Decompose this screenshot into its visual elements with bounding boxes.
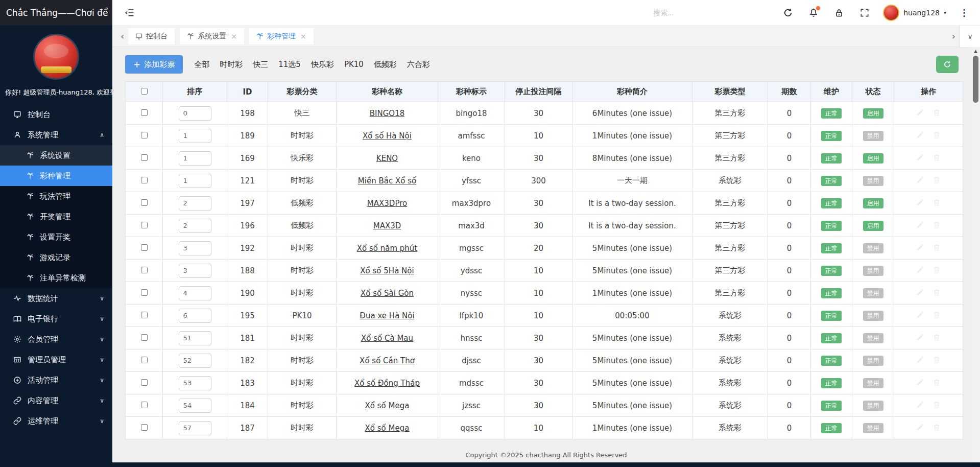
- tabs-scroll-left-button[interactable]: ‹: [116, 31, 128, 41]
- maintenance-badge[interactable]: 正常: [821, 423, 842, 433]
- status-badge[interactable]: 禁用: [863, 243, 883, 253]
- delete-button[interactable]: [929, 287, 944, 299]
- row-checkbox[interactable]: [141, 402, 148, 408]
- filter-dpc[interactable]: 低频彩: [374, 60, 397, 69]
- row-checkbox[interactable]: [141, 424, 148, 431]
- sidebar-item-member-management[interactable]: 会员管理 ∨: [0, 329, 112, 349]
- status-badge[interactable]: 启用: [863, 198, 883, 208]
- edit-button[interactable]: [913, 287, 927, 299]
- status-badge[interactable]: 禁用: [863, 266, 883, 276]
- delete-button[interactable]: [929, 220, 944, 231]
- tabs-dropdown-button[interactable]: ∨: [960, 26, 980, 47]
- filter-11x5[interactable]: 11选5: [278, 60, 301, 69]
- filter-lhc[interactable]: 六合彩: [407, 60, 430, 69]
- sort-input[interactable]: [179, 151, 211, 166]
- status-badge[interactable]: 禁用: [863, 333, 883, 343]
- lottery-name-link[interactable]: Xổ số Mega: [365, 424, 410, 433]
- sidebar-item-lottery-management[interactable]: 彩种管理: [0, 166, 112, 186]
- edit-button[interactable]: [913, 197, 927, 209]
- edit-button[interactable]: [913, 220, 927, 231]
- sidebar-item-e-banking[interactable]: 电子银行 ∨: [0, 309, 112, 329]
- row-checkbox[interactable]: [141, 267, 148, 273]
- row-checkbox[interactable]: [141, 379, 148, 386]
- row-checkbox[interactable]: [141, 244, 148, 251]
- maintenance-badge[interactable]: 正常: [821, 198, 842, 208]
- filter-klc[interactable]: 快乐彩: [311, 60, 334, 69]
- delete-button[interactable]: [929, 355, 944, 366]
- status-badge[interactable]: 禁用: [863, 356, 883, 366]
- sort-input[interactable]: [179, 196, 211, 211]
- more-options-button[interactable]: ⋮: [958, 5, 971, 20]
- sort-input[interactable]: [179, 421, 211, 435]
- lottery-name-link[interactable]: Xổ số Đồng Tháp: [354, 379, 420, 388]
- sidebar-item-game-records[interactable]: 游戏记录: [0, 247, 112, 268]
- lottery-name-link[interactable]: MAX3DPro: [367, 199, 407, 208]
- delete-button[interactable]: [929, 242, 944, 254]
- delete-button[interactable]: [929, 332, 944, 344]
- scrollbar-up-arrow-icon[interactable]: ▲: [971, 47, 980, 54]
- edit-button[interactable]: [913, 107, 927, 119]
- row-checkbox[interactable]: [141, 289, 148, 296]
- sort-input[interactable]: [179, 331, 211, 345]
- sidebar-item-set-draw[interactable]: 设置开奖: [0, 227, 112, 247]
- maintenance-badge[interactable]: 正常: [821, 288, 842, 298]
- row-checkbox[interactable]: [141, 199, 148, 206]
- sidebar-item-activity-management[interactable]: 活动管理 ∨: [0, 370, 112, 390]
- filter-ssc[interactable]: 时时彩: [220, 60, 243, 69]
- add-lottery-button[interactable]: + 添加彩票: [125, 55, 183, 74]
- maintenance-badge[interactable]: 正常: [821, 176, 842, 186]
- lottery-name-link[interactable]: Xổ số Sài Gòn: [361, 289, 414, 298]
- lottery-name-link[interactable]: Miền Bắc Xổ số: [358, 176, 416, 185]
- row-checkbox[interactable]: [141, 109, 148, 116]
- status-badge[interactable]: 禁用: [863, 423, 883, 433]
- maintenance-badge[interactable]: 正常: [821, 108, 842, 119]
- close-icon[interactable]: ×: [300, 32, 306, 40]
- lottery-name-link[interactable]: Xổ số năm phút: [357, 244, 417, 253]
- edit-button[interactable]: [913, 377, 927, 389]
- refresh-button[interactable]: [781, 6, 795, 20]
- delete-button[interactable]: [929, 422, 944, 434]
- delete-button[interactable]: [929, 107, 944, 119]
- status-badge[interactable]: 禁用: [863, 401, 883, 411]
- tab-lottery-management[interactable]: 彩种管理 ×: [249, 28, 314, 44]
- status-badge[interactable]: 启用: [863, 221, 883, 231]
- delete-button[interactable]: [929, 175, 944, 186]
- edit-button[interactable]: [913, 242, 927, 254]
- edit-button[interactable]: [913, 422, 927, 434]
- collapse-sidebar-button[interactable]: [123, 6, 137, 20]
- status-badge[interactable]: 禁用: [863, 176, 883, 186]
- sidebar-item-operations-management[interactable]: 运维管理 ∨: [0, 411, 112, 431]
- lottery-name-link[interactable]: Xổ số Cần Thơ: [360, 356, 415, 365]
- sidebar-item-system-management[interactable]: 系统管理 ∧: [0, 125, 112, 145]
- edit-button[interactable]: [913, 332, 927, 344]
- fullscreen-button[interactable]: [857, 6, 872, 20]
- maintenance-badge[interactable]: 正常: [821, 266, 842, 276]
- lottery-name-link[interactable]: MAX3D: [373, 221, 401, 230]
- sort-input[interactable]: [179, 219, 211, 233]
- sort-input[interactable]: [179, 241, 211, 255]
- status-badge[interactable]: 禁用: [863, 378, 883, 388]
- edit-button[interactable]: [913, 265, 927, 276]
- sidebar-item-play-management[interactable]: 玩法管理: [0, 186, 112, 206]
- filter-k3[interactable]: 快三: [253, 60, 268, 69]
- status-badge[interactable]: 禁用: [863, 131, 883, 141]
- scrollbar-thumb[interactable]: [973, 56, 978, 103]
- tab-system-settings[interactable]: 系统设置 ×: [180, 28, 244, 44]
- sidebar-item-bet-anomaly-detection[interactable]: 注单异常检测: [0, 268, 112, 288]
- row-checkbox[interactable]: [141, 132, 148, 138]
- maintenance-badge[interactable]: 正常: [821, 131, 842, 141]
- sort-input[interactable]: [179, 106, 211, 121]
- delete-button[interactable]: [929, 197, 944, 209]
- lock-screen-button[interactable]: [832, 6, 846, 20]
- maintenance-badge[interactable]: 正常: [821, 221, 842, 231]
- maintenance-badge[interactable]: 正常: [821, 311, 842, 321]
- scrollbar[interactable]: ▲: [971, 47, 980, 462]
- edit-button[interactable]: [913, 355, 927, 366]
- lottery-name-link[interactable]: KENO: [376, 154, 398, 163]
- maintenance-badge[interactable]: 正常: [821, 243, 842, 253]
- lottery-name-link[interactable]: Xổ số Cà Mau: [361, 334, 413, 343]
- delete-button[interactable]: [929, 265, 944, 276]
- maintenance-badge[interactable]: 正常: [821, 333, 842, 343]
- edit-button[interactable]: [913, 400, 927, 411]
- edit-button[interactable]: [913, 130, 927, 142]
